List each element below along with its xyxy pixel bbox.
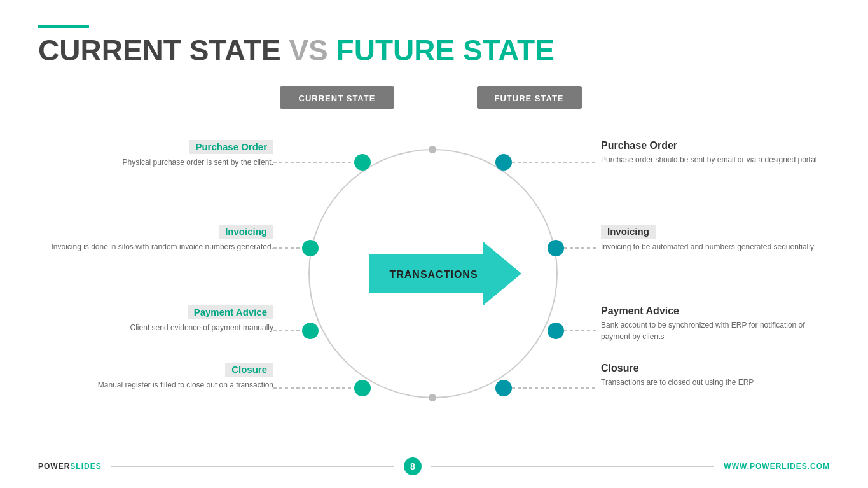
left-item-2-title: Invoicing [225,226,267,237]
left-item-3-title: Payment Advice [194,307,267,317]
slide-title: CURRENT STATE VS FUTURE STATE [38,34,830,67]
svg-point-17 [495,154,512,171]
svg-point-15 [429,146,436,153]
footer-line-left [111,466,394,467]
svg-point-11 [302,323,319,339]
left-item-1: Purchase Order Physical purchase order i… [38,140,273,168]
footer-brand-slides: SLIDES [70,462,101,471]
left-item-3-desc: Client send evidence of payment manually [38,322,273,333]
svg-text:FUTURE STATE: FUTURE STATE [494,94,563,103]
right-item-4-desc: Transactions are to closed out using the… [601,377,830,388]
left-item-2-desc: Invoicing is done in silos with random i… [38,241,273,253]
right-item-4-title: Closure [601,363,830,374]
footer-website: WWW.POWERLIDES.COM [724,462,830,471]
svg-point-7 [354,154,371,171]
footer-line-right [431,466,714,467]
right-item-1-desc: Purchase order should be sent by email o… [601,154,830,165]
svg-text:CURRENT STATE: CURRENT STATE [299,94,376,103]
svg-point-16 [429,394,436,401]
left-item-1-title: Purchase Order [195,141,267,152]
right-item-2-title: Invoicing [607,226,649,237]
right-item-3: Payment Advice Bank account to be synchr… [601,305,830,342]
left-item-1-desc: Physical purchase order is sent by the c… [38,157,273,168]
footer-brand: POWERSLIDES [38,462,102,471]
svg-point-21 [548,323,564,339]
title-current: CURRENT STATE [38,34,281,67]
main-content: CURRENT STATE FUTURE STATE TRANSACTIONS [38,86,830,442]
right-item-4: Closure Transactions are to closed out u… [601,363,830,388]
left-item-4-desc: Manual register is filled to close out o… [38,379,273,391]
title-future: FUTURE STATE [336,34,555,67]
slide: CURRENT STATE VS FUTURE STATE CURRENT ST… [0,0,868,488]
left-item-2: Invoicing Invoicing is done in silos wit… [38,225,273,253]
svg-point-9 [302,240,319,256]
svg-text:TRANSACTIONS: TRANSACTIONS [389,269,478,280]
right-item-3-desc: Bank account to be synchronized with ERP… [601,319,830,342]
right-item-2-desc: Invoicing to be automated and numbers ge… [601,241,830,253]
svg-point-23 [495,380,512,396]
right-item-1-title: Purchase Order [601,140,830,151]
right-item-1: Purchase Order Purchase order should be … [601,140,830,165]
right-item-3-title: Payment Advice [601,305,830,317]
left-item-3: Payment Advice Client send evidence of p… [38,305,273,333]
svg-point-13 [354,380,371,396]
left-item-4: Closure Manual register is filled to clo… [38,363,273,391]
left-item-4-title: Closure [231,364,267,375]
svg-point-19 [548,240,564,256]
accent-line [38,25,89,28]
right-item-2: Invoicing Invoicing to be automated and … [601,225,830,253]
title-vs: VS [289,34,336,67]
footer: POWERSLIDES 8 WWW.POWERLIDES.COM [38,457,830,475]
footer-page-number: 8 [404,457,422,475]
